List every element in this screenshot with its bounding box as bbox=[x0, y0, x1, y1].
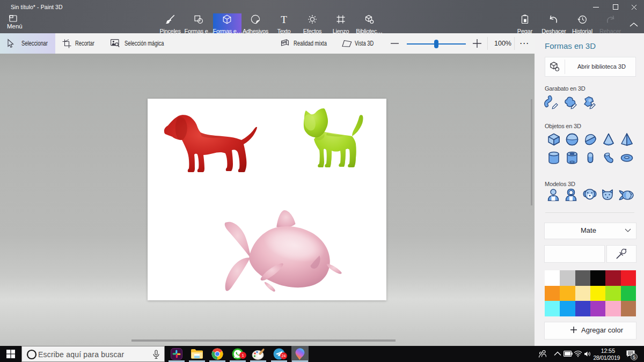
svg-text:T: T bbox=[281, 14, 287, 25]
